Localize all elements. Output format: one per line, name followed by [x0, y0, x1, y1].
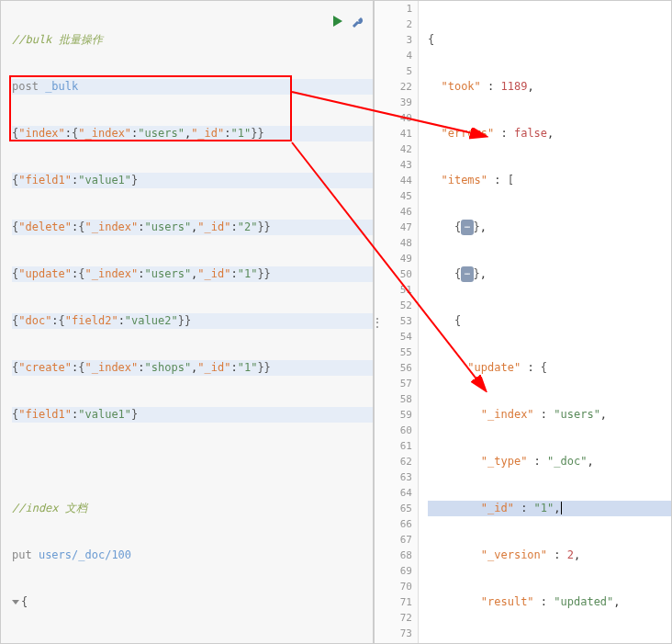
svg-marker-0 — [333, 16, 342, 27]
response-panel[interactable]: 1234522394041424344454647484950515253545… — [374, 0, 672, 644]
comment: //index 文档 — [12, 502, 87, 514]
fold-badge-icon[interactable]: ⋯ — [461, 266, 473, 282]
panel-divider[interactable] — [374, 0, 381, 644]
fold-badge-icon[interactable]: ⋯ — [461, 220, 473, 235]
comment: //bulk 批量操作 — [12, 33, 103, 46]
response-code[interactable]: { "took" : 1189, "errors" : false, "item… — [375, 1, 671, 644]
request-editor-panel[interactable]: //bulk 批量操作 post _bulk {"index":{"_index… — [0, 0, 374, 644]
wrench-icon[interactable] — [351, 14, 365, 28]
request-code[interactable]: //bulk 批量操作 post _bulk {"index":{"_index… — [1, 1, 373, 644]
editor-container: //bulk 批量操作 post _bulk {"index":{"_index… — [0, 0, 672, 644]
run-icon[interactable] — [330, 14, 345, 28]
